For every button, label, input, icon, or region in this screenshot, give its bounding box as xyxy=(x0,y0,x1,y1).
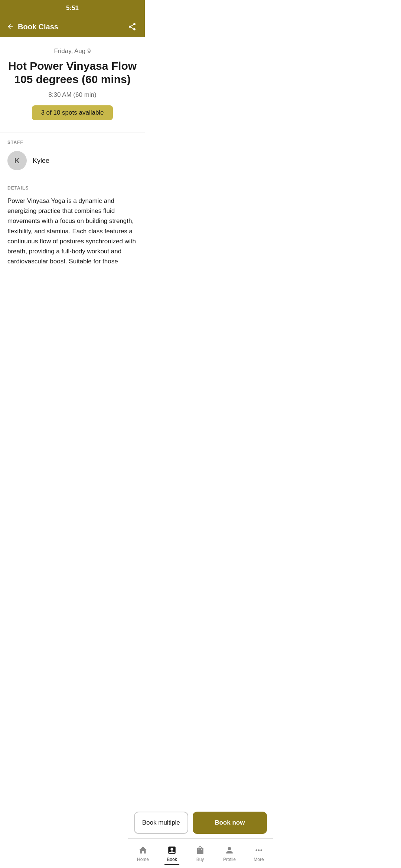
class-name: Hot Power Vinyasa Flow 105 degrees (60 m… xyxy=(7,59,137,86)
class-info-section: Friday, Aug 9 Hot Power Vinyasa Flow 105… xyxy=(0,37,145,132)
details-section: DETAILS Power Vinyasa Yoga is a dynamic … xyxy=(0,178,145,275)
class-date: Friday, Aug 9 xyxy=(7,47,137,55)
staff-name: Kylee xyxy=(33,157,49,165)
details-label: DETAILS xyxy=(7,185,137,191)
details-description: Power Vinyasa Yoga is a dynamic and ener… xyxy=(7,196,137,266)
share-button[interactable] xyxy=(125,20,139,33)
staff-section: STAFF K Kylee xyxy=(0,132,145,178)
header: Book Class xyxy=(0,16,145,37)
back-arrow-icon xyxy=(6,22,15,31)
status-time: 5:51 xyxy=(66,4,79,12)
back-button[interactable]: Book Class xyxy=(6,22,58,31)
header-title: Book Class xyxy=(18,23,58,31)
main-content: Friday, Aug 9 Hot Power Vinyasa Flow 105… xyxy=(0,37,145,335)
spots-badge: 3 of 10 spots available xyxy=(32,105,113,120)
class-time: 8:30 AM (60 min) xyxy=(7,91,137,99)
staff-avatar: K xyxy=(7,151,27,170)
staff-label: STAFF xyxy=(7,140,137,145)
status-bar: 5:51 xyxy=(0,0,145,16)
staff-item: K Kylee xyxy=(7,151,137,170)
